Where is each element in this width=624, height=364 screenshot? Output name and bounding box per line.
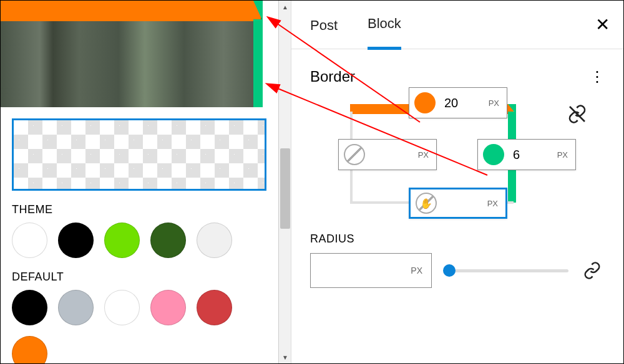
default-swatch-black[interactable] [12,290,47,325]
border-left-color-none[interactable] [344,144,365,165]
default-swatch-pink[interactable] [150,290,186,325]
block-preview [1,1,263,107]
cursor-icon: ✋ [417,194,436,213]
inspector-panel: Post Block ✕ Border ⋮ 20 [291,1,623,363]
left-scrollbar[interactable]: ▲ ▼ [278,1,291,363]
border-right-color-chip[interactable] [483,144,504,165]
border-top-unit[interactable]: PX [489,98,507,108]
inspector-tabs: Post Block ✕ [291,1,623,49]
theme-swatch-lime[interactable] [104,223,140,258]
border-panel: Border ⋮ 20 PX [291,49,623,288]
radius-slider-thumb[interactable] [443,264,456,277]
border-left-unit[interactable]: PX [418,150,436,160]
border-edge-corner [508,104,516,114]
scroll-down-arrow[interactable]: ▼ [279,351,291,363]
unlink-sides-button[interactable] [565,102,590,127]
border-panel-menu-button[interactable]: ⋮ [590,74,605,80]
border-top-control[interactable]: 20 PX [409,87,507,118]
border-right-unit[interactable]: PX [557,150,575,160]
border-bottom-color-none[interactable]: ✋ [416,193,437,214]
default-swatch-white[interactable] [104,290,140,325]
theme-swatch-row [12,223,268,258]
theme-swatch-dark-green[interactable] [150,223,186,258]
border-top-color-chip[interactable] [414,92,436,113]
tab-block[interactable]: Block [368,0,401,50]
close-inspector-button[interactable]: ✕ [595,14,610,35]
default-swatch-red[interactable] [197,290,232,325]
border-top-width-input[interactable]: 20 [439,96,489,110]
radius-unit[interactable]: PX [411,266,422,275]
radius-slider-track [443,269,568,272]
radius-slider[interactable] [443,261,568,280]
border-panel-title: Border [310,68,355,85]
border-visualizer: 20 PX 6 PX PX [341,104,516,204]
preview-border-top [1,1,261,21]
theme-swatch-white[interactable] [12,223,47,258]
theme-swatch-black[interactable] [58,223,94,258]
border-right-width-input[interactable]: 6 [508,148,557,162]
border-left-control[interactable]: PX [338,139,437,170]
radius-section-label: RADIUS [310,232,605,246]
preview-border-corner [253,1,263,21]
border-bottom-control[interactable]: ✋ PX [409,188,507,219]
default-section-label: DEFAULT [12,271,268,284]
radius-input[interactable]: PX [310,253,432,288]
scroll-up-arrow[interactable]: ▲ [279,1,291,13]
default-swatch-orange[interactable] [12,336,47,363]
radius-row: PX [310,253,605,288]
theme-section-label: THEME [12,203,268,216]
link-radius-button[interactable] [580,258,605,283]
preview-border-right [253,19,263,107]
scroll-thumb[interactable] [280,148,290,229]
current-color-swatch[interactable] [12,118,266,191]
tab-post[interactable]: Post [310,1,338,49]
default-swatch-row [12,290,268,363]
border-right-control[interactable]: 6 PX [477,139,576,170]
editor-left-pane: THEME DEFAULT ▲ ▼ [1,1,291,363]
color-picker-panel: THEME DEFAULT [1,107,280,363]
theme-swatch-light-gray[interactable] [197,223,232,258]
default-swatch-gray[interactable] [58,290,94,325]
border-bottom-unit[interactable]: PX [487,199,505,208]
app-root: THEME DEFAULT ▲ ▼ [1,1,623,363]
